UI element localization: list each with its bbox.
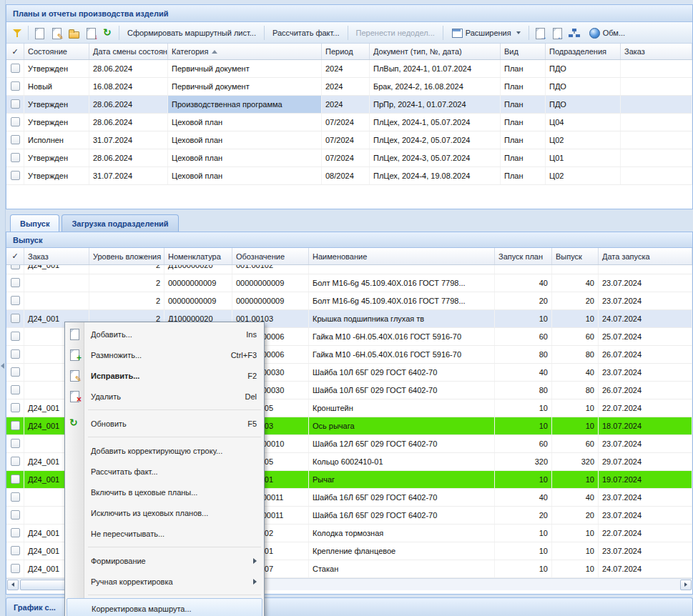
plans-cell-period: 2024 <box>322 78 370 95</box>
plans-column-header-kind[interactable]: Вид <box>501 44 546 59</box>
plans-table-row[interactable]: Утвержден28.06.2024Производственная прог… <box>6 96 692 114</box>
edit-document-button[interactable] <box>48 24 65 41</box>
filter-button[interactable] <box>9 24 26 41</box>
row-checkbox[interactable] <box>11 296 20 305</box>
plans-column-label: Период <box>325 47 353 56</box>
menu-item-add-correction-row[interactable]: Добавить корректирующую строку... <box>65 440 264 461</box>
output-cell-order: Д24_001 <box>24 265 89 274</box>
row-checkbox[interactable] <box>11 135 20 144</box>
row-checkbox[interactable] <box>11 64 20 73</box>
row-checkbox[interactable] <box>11 546 20 555</box>
row-checkbox[interactable] <box>11 367 20 377</box>
menu-item-multiply[interactable]: Размножить...Ctrl+F3 <box>65 344 264 365</box>
row-checkbox[interactable] <box>11 349 20 359</box>
menu-item-exclude-shop-plans[interactable]: Исключить из цеховых планов... <box>65 502 264 523</box>
row-checkbox[interactable] <box>11 564 20 573</box>
output-column-header-order[interactable]: Заказ <box>24 248 89 264</box>
row-checkbox[interactable] <box>11 81 20 91</box>
output-cell-date: 23.07.2024 <box>599 507 692 524</box>
plans-column-header-order[interactable]: Заказ <box>621 44 692 59</box>
plans-column-header-period[interactable]: Период <box>322 44 370 59</box>
row-checkbox[interactable] <box>11 171 20 180</box>
plans-column-header-date[interactable]: Дата смены состояния <box>89 44 168 59</box>
output-column-label: Наименование <box>313 252 367 261</box>
unload-document-button[interactable] <box>82 24 99 41</box>
row-checkbox[interactable] <box>11 528 20 537</box>
plans-column-header-category[interactable]: Категория <box>168 44 322 59</box>
plans-table-row[interactable]: Исполнен31.07.2024Цеховой план07/2024ПлЦ… <box>6 131 692 149</box>
output-cell-nomenclature: 00000000009 <box>164 292 232 309</box>
doc-export-button[interactable] <box>549 24 566 41</box>
refresh-button[interactable] <box>99 24 117 41</box>
row-checkbox[interactable] <box>11 457 20 466</box>
output-column-header-plan[interactable]: Запуск план <box>495 248 552 264</box>
plans-table-row[interactable]: Новый16.08.2024Первичный документ2024Бра… <box>6 78 692 96</box>
scroll-left-button[interactable] <box>7 580 19 590</box>
menu-item-include-shop-plans[interactable]: Включить в цеховые планы... <box>65 482 264 502</box>
row-checkbox[interactable] <box>11 332 20 341</box>
plans-column-header-doc[interactable]: Документ (тип, №, дата) <box>370 44 501 59</box>
form-route-list-button[interactable]: Сформировать маршрутный лист... <box>122 24 262 41</box>
plans-column-header-state[interactable]: Состояние <box>24 44 89 59</box>
menu-item-label: Рассчитать факт... <box>91 467 158 476</box>
plans-column-header-division[interactable]: Подразделения <box>546 44 621 59</box>
row-checkbox[interactable] <box>11 403 20 412</box>
row-checkbox[interactable] <box>11 421 20 430</box>
collapse-left-icon[interactable] <box>1 363 4 369</box>
plans-cell-state: Утвержден <box>24 114 89 131</box>
menu-item-refresh[interactable]: ОбновитьF5 <box>65 413 264 434</box>
add-document-button[interactable] <box>31 24 48 41</box>
open-document-button[interactable] <box>65 24 82 41</box>
row-checkbox[interactable] <box>11 153 20 162</box>
output-cell-check <box>6 560 24 577</box>
row-checkbox[interactable] <box>11 439 20 448</box>
structure-button[interactable] <box>566 24 583 41</box>
menu-item-delete[interactable]: УдалитьDel <box>65 386 264 407</box>
output-cell-name: Кольцо 6002410-01 <box>309 453 495 470</box>
row-checkbox[interactable] <box>11 278 20 287</box>
row-checkbox[interactable] <box>11 117 20 126</box>
row-checkbox[interactable] <box>11 385 20 394</box>
extensions-button[interactable]: Расширения <box>446 24 526 41</box>
bottom-tab-0[interactable]: Выпуск <box>10 214 59 232</box>
menu-item-route-correction[interactable]: Корректировка маршрута... <box>67 598 262 616</box>
plans-table-row[interactable]: Утвержден28.06.2024Первичный документ202… <box>6 60 692 78</box>
output-column-header-out[interactable]: Выпуск <box>552 248 599 264</box>
menu-item-add[interactable]: Добавить...Ins <box>65 324 264 344</box>
plans-column-header-check[interactable]: ✓ <box>6 44 24 59</box>
plans-table-row[interactable]: Утвержден28.06.2024Цеховой план07/2024Пл… <box>6 149 692 167</box>
plans-cell-period: 2024 <box>322 96 370 113</box>
menu-item-calc-fact[interactable]: Рассчитать факт... <box>65 461 264 482</box>
doc-import-button[interactable] <box>531 24 549 41</box>
row-checkbox[interactable] <box>11 265 20 269</box>
output-column-header-level[interactable]: Уровень вложения <box>89 248 164 264</box>
menu-item-no-recalc[interactable]: Не пересчитывать... <box>65 523 264 544</box>
menu-item-formation[interactable]: Формирование <box>65 550 264 571</box>
output-column-header-check[interactable]: ✓ <box>6 248 24 264</box>
row-checkbox[interactable] <box>11 475 20 484</box>
plans-cell-order <box>621 149 692 167</box>
bottom-tab-1[interactable]: Загрузка подразделений <box>62 214 178 232</box>
output-column-header-designation[interactable]: Обозначение <box>232 248 309 264</box>
plans-table-row[interactable]: Утвержден31.07.2024Цеховой план08/2024Пл… <box>6 167 692 185</box>
scroll-right-button[interactable] <box>680 580 692 590</box>
calc-fact-button[interactable]: Рассчитать факт... <box>267 24 345 41</box>
output-table-row[interactable]: Д24_0012Д100000020001.00102 <box>6 265 692 274</box>
menu-item-manual-correction[interactable]: Ручная корректировка <box>65 571 264 592</box>
output-table-row[interactable]: 20000000000900000000009Болт М16-6g 45.10… <box>6 274 692 292</box>
plans-table-row[interactable]: Утвержден28.06.2024Цеховой план07/2024Пл… <box>6 114 692 131</box>
output-column-label: Дата запуска <box>602 252 650 261</box>
row-checkbox[interactable] <box>11 492 20 502</box>
left-collapse-bar[interactable] <box>0 0 6 616</box>
plans-cell-date: 31.07.2024 <box>89 131 168 149</box>
output-column-header-nomenclature[interactable]: Номенклатура <box>164 248 232 264</box>
output-column-header-name[interactable]: Наименование <box>309 248 495 264</box>
exchange-button[interactable]: Обм... <box>583 24 631 41</box>
row-checkbox[interactable] <box>11 314 20 323</box>
row-checkbox[interactable] <box>11 510 20 520</box>
output-column-header-date[interactable]: Дата запуска <box>599 248 692 264</box>
row-checkbox[interactable] <box>11 99 20 109</box>
output-panel-header: Выпуск <box>6 232 692 248</box>
menu-item-edit[interactable]: Исправить...F2 <box>65 365 264 386</box>
output-table-row[interactable]: 20000000000900000000009Болт М16-6g 45.10… <box>6 292 692 310</box>
